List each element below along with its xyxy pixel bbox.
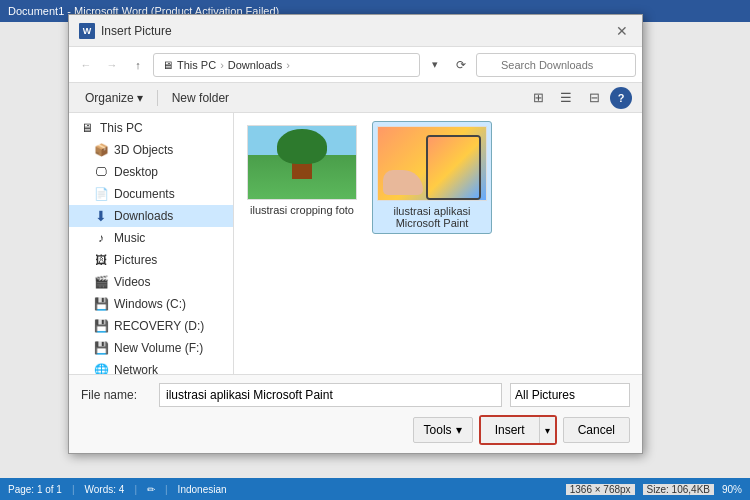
sidebar-label-downloads: Downloads bbox=[114, 209, 173, 223]
dialog-titlebar: W Insert Picture ✕ bbox=[69, 15, 642, 47]
insert-dropdown-button[interactable]: ▾ bbox=[540, 417, 555, 443]
file-item-2[interactable]: ilustrasi aplikasi Microsoft Paint bbox=[372, 121, 492, 234]
status-size: Size: 106,4KB bbox=[643, 484, 714, 495]
view-toggle-button[interactable]: ⊞ bbox=[526, 86, 550, 110]
path-pc-icon: 🖥 bbox=[162, 59, 173, 71]
filename-label: File name: bbox=[81, 388, 151, 402]
organize-label: Organize bbox=[85, 91, 134, 105]
insert-button-group: Insert ▾ bbox=[479, 415, 557, 445]
filename-input[interactable] bbox=[159, 383, 502, 407]
search-wrapper: 🔍 bbox=[476, 53, 636, 77]
thumb-tablet-device bbox=[426, 135, 481, 200]
file-label-2: ilustrasi aplikasi Microsoft Paint bbox=[377, 205, 487, 229]
sidebar-label-videos: Videos bbox=[114, 275, 150, 289]
file-item-1[interactable]: ilustrasi cropping foto bbox=[242, 121, 362, 234]
status-zoom: 90% bbox=[722, 484, 742, 495]
organize-button[interactable]: Organize ▾ bbox=[79, 89, 149, 107]
sidebar-label-this-pc: This PC bbox=[100, 121, 143, 135]
organize-dropdown-icon: ▾ bbox=[137, 91, 143, 105]
sidebar-label-3d-objects: 3D Objects bbox=[114, 143, 173, 157]
word-app-icon: W bbox=[79, 23, 95, 39]
main-content: 🖥 This PC 📦 3D Objects 🖵 Desktop 📄 Docum… bbox=[69, 113, 642, 374]
videos-icon: 🎬 bbox=[93, 274, 109, 290]
action-row: Tools ▾ Insert ▾ Cancel bbox=[81, 415, 630, 445]
address-path[interactable]: 🖥 This PC › Downloads › bbox=[153, 53, 420, 77]
status-right: 1366 × 768px Size: 106,4KB 90% bbox=[566, 484, 742, 495]
toolbar-right: ⊞ ☰ ⊟ ? bbox=[526, 86, 632, 110]
up-button[interactable]: ↑ bbox=[127, 54, 149, 76]
recovery-d-icon: 💾 bbox=[93, 318, 109, 334]
sidebar: 🖥 This PC 📦 3D Objects 🖵 Desktop 📄 Docum… bbox=[69, 113, 234, 374]
dialog-title-area: W Insert Picture bbox=[79, 23, 172, 39]
this-pc-icon: 🖥 bbox=[79, 120, 95, 136]
thumb-tablet-img bbox=[378, 127, 486, 200]
insert-button[interactable]: Insert bbox=[481, 417, 540, 443]
tools-label: Tools bbox=[424, 423, 452, 437]
file-label-1: ilustrasi cropping foto bbox=[250, 204, 354, 216]
sidebar-item-3d-objects[interactable]: 📦 3D Objects bbox=[69, 139, 233, 161]
path-sep1: › bbox=[220, 59, 224, 71]
sidebar-item-network[interactable]: 🌐 Network bbox=[69, 359, 233, 374]
toolbar: Organize ▾ New folder ⊞ ☰ ⊟ ? bbox=[69, 83, 642, 113]
dialog-close-button[interactable]: ✕ bbox=[612, 21, 632, 41]
status-proofing-icon: ✏ bbox=[147, 484, 155, 495]
toolbar-separator bbox=[157, 90, 158, 106]
windows-c-icon: 💾 bbox=[93, 296, 109, 312]
filename-row: File name: All Pictures bbox=[81, 383, 630, 407]
status-sep2: | bbox=[134, 484, 137, 495]
sidebar-label-documents: Documents bbox=[114, 187, 175, 201]
dialog-title-text: Insert Picture bbox=[101, 24, 172, 38]
file-thumb-1 bbox=[247, 125, 357, 200]
view-details-button[interactable]: ⊟ bbox=[582, 86, 606, 110]
new-folder-button[interactable]: New folder bbox=[166, 89, 235, 107]
file-area: ilustrasi cropping foto ilustrasi aplika… bbox=[234, 113, 642, 374]
help-button[interactable]: ? bbox=[610, 87, 632, 109]
music-icon: ♪ bbox=[93, 230, 109, 246]
path-pc-label: This PC bbox=[177, 59, 216, 71]
3d-objects-icon: 📦 bbox=[93, 142, 109, 158]
path-sep2: › bbox=[286, 59, 290, 71]
tools-button[interactable]: Tools ▾ bbox=[413, 417, 473, 443]
sidebar-item-windows-c[interactable]: 💾 Windows (C:) bbox=[69, 293, 233, 315]
sidebar-label-desktop: Desktop bbox=[114, 165, 158, 179]
sidebar-label-music: Music bbox=[114, 231, 145, 245]
address-dropdown-button[interactable]: ▾ bbox=[424, 54, 446, 76]
status-screen: 1366 × 768px bbox=[566, 484, 635, 495]
status-words: Words: 4 bbox=[85, 484, 125, 495]
file-thumb-2 bbox=[377, 126, 487, 201]
sidebar-label-new-volume-f: New Volume (F:) bbox=[114, 341, 203, 355]
filetype-select[interactable]: All Pictures bbox=[510, 383, 630, 407]
cancel-button[interactable]: Cancel bbox=[563, 417, 630, 443]
status-sep1: | bbox=[72, 484, 75, 495]
sidebar-label-recovery-d: RECOVERY (D:) bbox=[114, 319, 204, 333]
status-sep3: | bbox=[165, 484, 168, 495]
new-volume-f-icon: 💾 bbox=[93, 340, 109, 356]
sidebar-label-pictures: Pictures bbox=[114, 253, 157, 267]
sidebar-item-music[interactable]: ♪ Music bbox=[69, 227, 233, 249]
sidebar-label-network: Network bbox=[114, 363, 158, 374]
network-icon: 🌐 bbox=[93, 362, 109, 374]
sidebar-item-recovery-d[interactable]: 💾 RECOVERY (D:) bbox=[69, 315, 233, 337]
refresh-button[interactable]: ⟳ bbox=[450, 54, 472, 76]
search-input[interactable] bbox=[476, 53, 636, 77]
status-page: Page: 1 of 1 bbox=[8, 484, 62, 495]
sidebar-item-downloads[interactable]: ⬇ Downloads bbox=[69, 205, 233, 227]
desktop-icon: 🖵 bbox=[93, 164, 109, 180]
sidebar-item-pictures[interactable]: 🖼 Pictures bbox=[69, 249, 233, 271]
sidebar-label-windows-c: Windows (C:) bbox=[114, 297, 186, 311]
pictures-icon: 🖼 bbox=[93, 252, 109, 268]
sidebar-item-desktop[interactable]: 🖵 Desktop bbox=[69, 161, 233, 183]
sidebar-item-new-volume-f[interactable]: 💾 New Volume (F:) bbox=[69, 337, 233, 359]
new-folder-label: New folder bbox=[172, 91, 229, 105]
view-list-button[interactable]: ☰ bbox=[554, 86, 578, 110]
insert-picture-dialog: W Insert Picture ✕ ← → ↑ 🖥 This PC › Dow… bbox=[68, 14, 643, 454]
sidebar-item-documents[interactable]: 📄 Documents bbox=[69, 183, 233, 205]
thumb-hand bbox=[383, 170, 423, 195]
back-button[interactable]: ← bbox=[75, 54, 97, 76]
forward-button[interactable]: → bbox=[101, 54, 123, 76]
sidebar-item-this-pc[interactable]: 🖥 This PC bbox=[69, 117, 233, 139]
bottom-section: File name: All Pictures Tools ▾ Insert ▾… bbox=[69, 374, 642, 453]
sidebar-item-videos[interactable]: 🎬 Videos bbox=[69, 271, 233, 293]
thumb-tablet-screen bbox=[428, 137, 479, 198]
address-bar: ← → ↑ 🖥 This PC › Downloads › ▾ ⟳ 🔍 bbox=[69, 47, 642, 83]
